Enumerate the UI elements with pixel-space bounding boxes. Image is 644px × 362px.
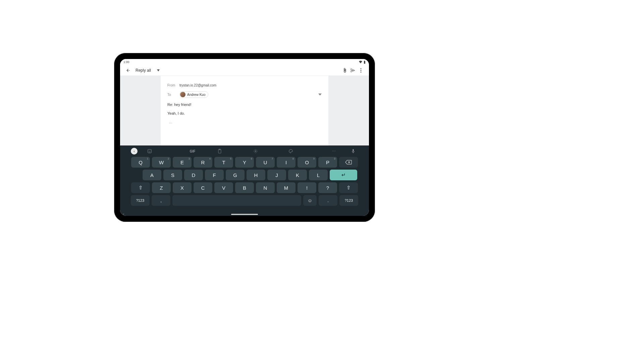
app-bar: Reply all [120,65,369,76]
svg-point-4 [361,71,362,72]
subject-field[interactable]: Re: hey friend! [167,103,322,107]
key-l[interactable]: L [309,170,328,180]
key-emoji[interactable]: ☺ [303,195,317,206]
key-y[interactable]: Y6 [235,157,254,168]
key-symbols-left[interactable]: ?123 [131,195,150,206]
reply-mode-dropdown[interactable] [154,66,162,74]
compose-background: From trystan.io.22@gmail.com To Andrew K… [120,76,369,145]
svg-point-3 [361,70,362,71]
from-label: From [167,83,179,87]
keyboard-rows: Q1 W2 E3 R4 T5 Y6 U7 I8 O9 P0 A [131,157,358,215]
keyboard-toolbar: ‹ GIF ⋯ [131,147,358,156]
key-d[interactable]: D [184,170,203,180]
quoted-text-toggle[interactable]: … [167,120,322,124]
key-p[interactable]: P0 [318,157,337,168]
attach-button[interactable] [341,66,349,74]
key-space[interactable] [172,195,301,206]
to-label: To [167,93,179,97]
key-m[interactable]: M [277,182,296,193]
svg-rect-5 [148,149,151,153]
send-button[interactable] [349,66,357,74]
home-indicator[interactable] [231,214,258,215]
svg-point-2 [361,68,362,69]
keyboard-collapse-icon[interactable]: ⌄ [122,212,125,215]
key-i[interactable]: I8 [277,157,296,168]
key-u[interactable]: U7 [256,157,275,168]
key-e[interactable]: E3 [173,157,192,168]
screen: 1:00 Reply all [120,59,369,216]
recipient-name: Andrew Kuo [187,93,205,97]
status-bar: 1:00 [120,59,369,65]
key-g[interactable]: G [226,170,245,180]
back-button[interactable] [124,66,132,74]
key-comma[interactable]: , [152,195,170,206]
key-b[interactable]: B [235,182,254,193]
status-time: 1:00 [123,60,129,64]
svg-point-10 [255,150,256,152]
key-x[interactable]: X [173,182,192,193]
key-n[interactable]: N [256,182,275,193]
key-r[interactable]: R4 [194,157,212,168]
wifi-icon [359,61,362,63]
battery-icon [364,61,366,64]
key-shift-left[interactable]: ⇧ [131,182,150,193]
key-v[interactable]: V [214,182,233,193]
on-screen-keyboard: ‹ GIF ⋯ [120,145,369,216]
key-row-3: ⇧ Z X C V B N M ! ? ⇧ [131,182,358,193]
key-symbols-right[interactable]: ?123 [339,195,358,206]
key-backspace[interactable] [339,157,358,168]
key-exclaim[interactable]: ! [298,182,316,193]
key-row-2: A S D F G H J K L ↵ [131,170,358,180]
key-question[interactable]: ? [318,182,337,193]
sticker-icon[interactable] [147,149,167,154]
svg-rect-8 [218,149,221,153]
key-shift-right[interactable]: ⇧ [339,182,358,193]
more-icon[interactable]: ⋯ [324,149,344,154]
svg-point-7 [150,150,150,151]
key-q[interactable]: Q1 [131,157,150,168]
key-period[interactable]: . [319,195,337,206]
more-button[interactable] [357,66,365,74]
key-t[interactable]: T5 [214,157,233,168]
theme-icon[interactable] [288,149,309,154]
keyboard-back-icon[interactable]: ‹ [131,148,138,155]
clipboard-icon[interactable] [218,149,238,154]
settings-icon[interactable] [253,149,273,154]
key-a[interactable]: A [143,170,161,180]
compose-card: From trystan.io.22@gmail.com To Andrew K… [161,76,328,145]
key-row-4: ?123 , ☺ . ?123 [131,195,358,206]
key-f[interactable]: F [205,170,224,180]
svg-point-6 [149,150,149,151]
appbar-title: Reply all [136,68,151,73]
expand-recipients[interactable] [318,94,322,96]
tablet-frame: 1:00 Reply all [114,53,375,222]
to-row[interactable]: To Andrew Kuo [167,90,322,99]
svg-rect-1 [364,61,365,61]
key-enter[interactable]: ↵ [330,170,357,180]
key-k[interactable]: K [288,170,307,180]
mic-icon[interactable] [352,149,358,154]
key-w[interactable]: W2 [152,157,171,168]
key-s[interactable]: S [163,170,182,180]
gif-icon[interactable]: GIF [182,149,203,153]
key-row-1: Q1 W2 E3 R4 T5 Y6 U7 I8 O9 P0 [131,157,358,168]
recipient-chip[interactable]: Andrew Kuo [179,91,208,98]
key-c[interactable]: C [194,182,212,193]
key-h[interactable]: H [247,170,265,180]
svg-rect-11 [353,149,354,152]
avatar [180,92,185,97]
svg-rect-0 [364,61,365,64]
key-j[interactable]: J [267,170,286,180]
from-row[interactable]: From trystan.io.22@gmail.com [167,80,322,90]
from-value: trystan.io.22@gmail.com [179,83,216,87]
body-field[interactable]: Yeah, I do. [167,111,322,115]
key-o[interactable]: O9 [298,157,316,168]
key-z[interactable]: Z [152,182,171,193]
